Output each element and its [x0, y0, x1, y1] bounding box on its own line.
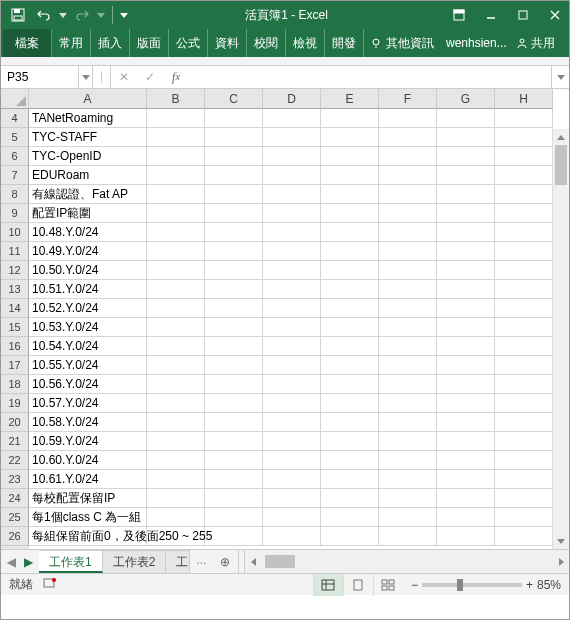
- cell[interactable]: [147, 432, 205, 451]
- cell[interactable]: [263, 242, 321, 261]
- cell[interactable]: [495, 299, 553, 318]
- cell[interactable]: [321, 223, 379, 242]
- cell[interactable]: [263, 280, 321, 299]
- cell[interactable]: [205, 489, 263, 508]
- cell[interactable]: [437, 432, 495, 451]
- cell[interactable]: [379, 128, 437, 147]
- cell[interactable]: [205, 109, 263, 128]
- zoom-slider[interactable]: [422, 583, 522, 587]
- cell[interactable]: [147, 223, 205, 242]
- column-header[interactable]: B: [147, 89, 205, 109]
- cell[interactable]: [379, 204, 437, 223]
- formula-input[interactable]: [189, 66, 551, 88]
- cell[interactable]: 每1個class C 為一組: [29, 508, 147, 527]
- cell[interactable]: [205, 527, 263, 546]
- scrollbar-thumb[interactable]: [555, 145, 567, 185]
- column-header[interactable]: E: [321, 89, 379, 109]
- row-header[interactable]: 4: [1, 109, 29, 128]
- cell[interactable]: [437, 261, 495, 280]
- cell[interactable]: [321, 185, 379, 204]
- ribbon-tab[interactable]: 公式: [169, 29, 208, 57]
- cell[interactable]: [147, 394, 205, 413]
- cell[interactable]: [495, 337, 553, 356]
- cell[interactable]: 10.50.Y.0/24: [29, 261, 147, 280]
- cell[interactable]: 10.52.Y.0/24: [29, 299, 147, 318]
- cell[interactable]: [437, 337, 495, 356]
- cell[interactable]: [205, 470, 263, 489]
- cell[interactable]: [379, 109, 437, 128]
- cell[interactable]: [495, 432, 553, 451]
- cell[interactable]: 10.60.Y.0/24: [29, 451, 147, 470]
- cell[interactable]: [205, 299, 263, 318]
- cell[interactable]: [495, 185, 553, 204]
- cell[interactable]: [205, 185, 263, 204]
- select-all-corner[interactable]: [1, 89, 29, 109]
- cell[interactable]: [205, 413, 263, 432]
- cell[interactable]: [495, 375, 553, 394]
- cell[interactable]: [379, 318, 437, 337]
- cell[interactable]: [321, 166, 379, 185]
- ribbon-tab[interactable]: 校閱: [247, 29, 286, 57]
- cell[interactable]: [379, 356, 437, 375]
- page-layout-view-button[interactable]: [343, 574, 373, 596]
- row-header[interactable]: 19: [1, 394, 29, 413]
- cell[interactable]: [147, 489, 205, 508]
- cell[interactable]: [263, 204, 321, 223]
- cell[interactable]: 有線認證、Fat AP: [29, 185, 147, 204]
- cell[interactable]: 10.58.Y.0/24: [29, 413, 147, 432]
- expand-formula-bar[interactable]: [551, 66, 569, 88]
- row-header[interactable]: 12: [1, 261, 29, 280]
- cell[interactable]: [379, 242, 437, 261]
- ribbon-display-options[interactable]: [445, 3, 473, 27]
- cell[interactable]: [147, 280, 205, 299]
- zoom-level[interactable]: 85%: [537, 578, 561, 592]
- cell[interactable]: [321, 242, 379, 261]
- cell[interactable]: [147, 508, 205, 527]
- cell[interactable]: [205, 223, 263, 242]
- cell[interactable]: [495, 280, 553, 299]
- sheet-tab[interactable]: 工作表1: [39, 550, 103, 573]
- zoom-out-button[interactable]: −: [411, 578, 418, 592]
- row-header[interactable]: 15: [1, 318, 29, 337]
- cell[interactable]: [437, 318, 495, 337]
- ribbon-tab[interactable]: 檢視: [286, 29, 325, 57]
- redo-dropdown-icon[interactable]: [97, 13, 105, 18]
- row-header[interactable]: 22: [1, 451, 29, 470]
- row-header[interactable]: 8: [1, 185, 29, 204]
- page-break-view-button[interactable]: [373, 574, 403, 596]
- cell[interactable]: [379, 280, 437, 299]
- cell[interactable]: [437, 489, 495, 508]
- cell[interactable]: [263, 128, 321, 147]
- cell[interactable]: [263, 356, 321, 375]
- cell[interactable]: [205, 508, 263, 527]
- cell[interactable]: [147, 109, 205, 128]
- cell[interactable]: [495, 166, 553, 185]
- row-header[interactable]: 6: [1, 147, 29, 166]
- cell[interactable]: [147, 204, 205, 223]
- tell-me[interactable]: 其他資訊: [364, 29, 440, 57]
- cell[interactable]: [437, 470, 495, 489]
- cell[interactable]: [495, 470, 553, 489]
- cell[interactable]: [379, 527, 437, 546]
- row-header[interactable]: 18: [1, 375, 29, 394]
- cell[interactable]: [263, 299, 321, 318]
- macro-record-icon[interactable]: [43, 577, 57, 592]
- insert-function-button[interactable]: fx: [163, 66, 189, 88]
- cell[interactable]: 10.51.Y.0/24: [29, 280, 147, 299]
- cell[interactable]: [437, 166, 495, 185]
- account-name[interactable]: wenhsien...: [440, 29, 510, 57]
- cell[interactable]: [495, 356, 553, 375]
- sheet-tab[interactable]: 工作表2: [103, 550, 167, 573]
- cell[interactable]: [147, 413, 205, 432]
- cell[interactable]: [263, 413, 321, 432]
- cell[interactable]: [263, 109, 321, 128]
- cell[interactable]: [205, 337, 263, 356]
- cell[interactable]: [205, 451, 263, 470]
- cell[interactable]: [321, 451, 379, 470]
- cell[interactable]: [205, 375, 263, 394]
- cell[interactable]: [437, 147, 495, 166]
- row-header[interactable]: 23: [1, 470, 29, 489]
- share-button[interactable]: 共用: [510, 29, 561, 57]
- undo-dropdown-icon[interactable]: [59, 13, 67, 18]
- column-header[interactable]: D: [263, 89, 321, 109]
